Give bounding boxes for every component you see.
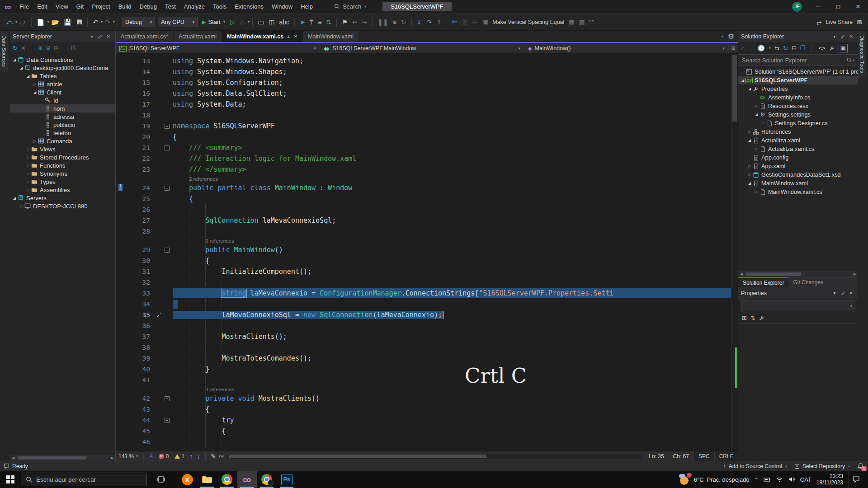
folding-margin[interactable]: − [163,396,171,401]
chevron-expanded-icon[interactable]: ◢ [25,74,31,78]
scroll-right-icon[interactable]: ▶ [109,456,115,460]
chevron-expanded-icon[interactable]: ◢ [747,138,752,142]
fold-collapse-icon[interactable]: − [165,145,170,150]
pin-icon[interactable] [838,34,847,39]
breakpoint-margin[interactable] [116,393,127,404]
stop-refresh-icon[interactable]: ✕ [21,45,26,52]
solution-explorer-item-resources-resx[interactable]: ▷Resources.resx [738,102,858,110]
next-bookmark-icon[interactable]: ↪ [360,17,369,27]
open-file-icon[interactable]: 📂 [49,17,61,27]
breakpoint-margin[interactable] [116,193,127,204]
breakpoint-margin[interactable] [116,121,127,131]
breakpoint-margin[interactable] [116,153,127,164]
show-all-files-icon[interactable]: <> [818,45,825,52]
menu-project[interactable]: Project [88,0,114,14]
solution-explorer-item-settings-designer-cs[interactable]: ▷Settings.Designer.cs [738,119,858,127]
refresh-icon[interactable]: ↻ [13,45,18,52]
window-position-icon[interactable]: ▾ [89,34,95,39]
solution-explorer-item-gestiocomandesdataset1-xsd[interactable]: ▷GestioComandesDataSet1.xsd [738,170,858,179]
scroll-left-icon[interactable]: ◀ [738,272,745,276]
solution-explorer-item-solution--s16sqlserverwpf---1-of-1-project-[interactable]: Solution 'S16SQLServerWPF' (1 of 1 proje… [738,67,858,76]
start-debugging-button[interactable]: ▶ Start ▾ [199,19,228,25]
solution-explorer-item-assemblyinfo-cs[interactable]: C#AssemblyInfo.cs [738,93,858,102]
add-to-source-control-button[interactable]: ↑ Add to Source Control ▴ [723,463,787,469]
titlebar-search[interactable]: Search ▾ [330,2,371,11]
breadcrumb-segment-2[interactable]: ◆MainWindow()▾ [524,43,729,53]
server-explorer-item-functions[interactable]: ▷Functions [10,161,115,169]
save-icon[interactable]: 💾 [62,17,73,27]
zoom-select[interactable]: 143 %▾ [116,453,141,460]
tab-list-icon[interactable]: ▾ [722,34,723,38]
breakpoint-margin[interactable] [116,310,127,320]
tab-mainwindow-xaml[interactable]: MainWindow.xaml [303,31,359,42]
data-sources-tab[interactable]: Data Sources [0,31,8,71]
refresh-icon[interactable]: ↻ [783,45,788,52]
menu-file[interactable]: File [15,0,33,14]
solution-platform-select[interactable]: Any CPU▾ [158,17,198,27]
server-explorer-item-desktop-jccl880-gestiocoma[interactable]: ◢desktop-jccl880.GestioComa [10,64,115,72]
codelens-references[interactable]: 3 references [116,385,731,393]
select-repository-button[interactable]: Select Repository ▴ [794,463,850,469]
scroll-right-icon[interactable]: ▶ [852,272,858,276]
chevron-collapsed-icon[interactable]: ▷ [25,147,31,151]
minimize-button[interactable]: ─ [808,0,828,14]
breakpoint-margin[interactable] [116,288,127,299]
sort-lines-icon[interactable]: ⇅ [324,17,333,27]
battery-icon[interactable] [764,476,771,483]
pause-icon[interactable]: ❚❚ [376,17,390,27]
menu-extensions[interactable]: Extensions [231,0,268,14]
breadcrumb-segment-1[interactable]: ◆◆S16SQLServerWPF.MainWindow▾ [320,43,524,53]
breakpoint-margin[interactable] [116,266,127,277]
chevron-collapsed-icon[interactable]: ▷ [25,164,31,168]
fold-collapse-icon[interactable]: − [165,124,170,129]
server-explorer-hscrollbar[interactable]: ◀ ▶ [10,455,115,461]
property-pages-icon[interactable] [759,315,765,321]
user-avatar[interactable]: JF [792,2,802,12]
quick-actions-icon[interactable] [156,312,162,318]
solution-explorer-item-references[interactable]: ▷References [738,127,858,136]
menu-view[interactable]: View [52,0,72,14]
menu-help[interactable]: Help [297,0,317,14]
redo-icon[interactable]: ↷ [103,17,112,27]
next-issue-icon[interactable]: ↓ [195,451,202,461]
taskbar-clock[interactable]: 23:23 18/11/2023 [816,473,843,486]
breakpoint-margin[interactable] [116,375,127,385]
action-center-button[interactable] [848,471,863,488]
chevron-expanded-icon[interactable]: ◢ [12,196,17,200]
task-view-button[interactable] [151,471,171,488]
editor-vscrollbar[interactable] [731,54,738,451]
chevron-expanded-icon[interactable]: ◢ [740,78,745,82]
line-ending-indicator[interactable]: CRLF [714,451,738,461]
menu-git[interactable]: Git [72,0,88,14]
find-in-files-icon[interactable]: 🗃 [256,17,266,27]
chevron-expanded-icon[interactable]: ◢ [19,66,24,70]
codelens-references[interactable]: 2 references [116,175,731,183]
menu-test[interactable]: Test [161,0,180,14]
solution-explorer-item-mainwindow-xaml[interactable]: ◢MainWindow.xaml [738,179,858,188]
server-explorer-item-poblacio[interactable]: poblacio [10,121,115,129]
folding-margin[interactable]: − [163,186,171,191]
server-explorer-item-data-connections[interactable]: ◢Data Connections [10,56,115,64]
editor-hscrollbar[interactable] [226,454,642,459]
switch-views-icon[interactable]: ⌂ [741,45,745,52]
solution-explorer-item-settings-settings[interactable]: ◢⚙Settings.settings [738,110,858,119]
volume-icon[interactable] [788,476,795,483]
step-into-icon[interactable]: ⇓ [415,17,424,27]
breadcrumb-segment-0[interactable]: C#S16SQLServerWPF▾ [116,43,320,53]
menu-window[interactable]: Window [268,0,297,14]
view-hierarchy-icon[interactable]: ☈ [71,45,76,52]
edit-constraints-icon[interactable]: ⍡ [308,17,315,27]
chevron-collapsed-icon[interactable]: ▷ [747,130,752,134]
breakpoint-margin[interactable] [116,299,127,310]
taskbar-app-photoshop[interactable]: Ps [277,471,297,488]
close-icon[interactable]: ✕ [847,291,855,296]
solution-explorer-item-app-config[interactable]: App.config [738,153,858,162]
server-explorer-item-nom[interactable]: nom [10,104,115,113]
breakpoint-margin[interactable] [116,77,127,88]
server-explorer-item-article[interactable]: ▷article [10,80,115,88]
menu-debug[interactable]: Debug [136,0,161,14]
collapse-all-icon[interactable]: ⊟ [792,45,797,52]
spaces-indicator[interactable]: SPC [693,451,714,461]
align-tops-icon[interactable]: ⊢ [471,17,480,27]
wifi-icon[interactable] [776,476,783,483]
